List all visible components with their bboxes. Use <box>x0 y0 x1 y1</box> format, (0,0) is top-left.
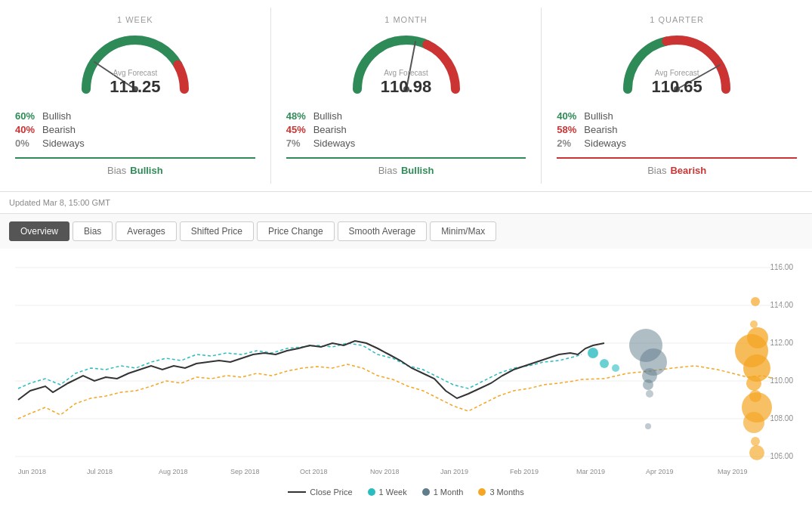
svg-point-38 <box>751 297 760 306</box>
svg-text:Mar 2019: Mar 2019 <box>576 468 605 475</box>
svg-point-43 <box>746 376 761 391</box>
forecast-panels: 1 WEEK Avg Forecast 111.25 60% Bullis <box>0 0 812 192</box>
svg-point-35 <box>643 379 653 390</box>
main-chart: 116.00 114.00 112.00 110.00 108.00 106.0… <box>8 256 804 483</box>
svg-point-47 <box>751 437 760 446</box>
stats-quarter: 40% Bullish 58% Bearish 2% Sideways <box>557 110 797 151</box>
week-label: 1 Week <box>379 488 407 497</box>
gauge-quarter: Avg Forecast 110.65 <box>616 29 737 97</box>
tab-shifted-price[interactable]: Shifted Price <box>180 221 254 241</box>
gauge-label-month: Avg Forecast <box>381 69 431 77</box>
divider-week <box>15 157 255 159</box>
bullish-pct-quarter: 40% <box>557 110 584 122</box>
legend-close-price: Close Price <box>288 488 352 497</box>
legend-3months: 3 Months <box>478 488 523 497</box>
svg-text:Nov 2018: Nov 2018 <box>370 468 400 475</box>
close-price-label: Close Price <box>310 488 352 497</box>
bias-value-month: Bullish <box>401 165 434 176</box>
months-dot-icon <box>478 488 486 496</box>
svg-point-31 <box>612 364 619 372</box>
tabs-bar: Overview Bias Averages Shifted Price Pri… <box>0 214 812 249</box>
svg-point-37 <box>645 423 651 429</box>
bias-quarter: Bias Bearish <box>647 165 706 176</box>
tab-averages[interactable]: Averages <box>116 221 176 241</box>
sideways-label-week: Sideways <box>42 138 85 149</box>
gauge-value-month: 110.98 <box>381 77 431 97</box>
svg-text:Feb 2019: Feb 2019 <box>510 468 539 475</box>
bias-prefix-month: Bias <box>378 165 397 176</box>
bias-prefix-week: Bias <box>107 165 126 176</box>
bearish-row-quarter: 58% Bearish <box>557 124 797 135</box>
bullish-row-week: 60% Bullish <box>15 110 255 122</box>
svg-text:Oct 2018: Oct 2018 <box>300 468 328 475</box>
legend-1week: 1 Week <box>368 488 407 497</box>
bullish-label-month: Bullish <box>313 110 342 122</box>
bullish-pct-week: 60% <box>15 110 42 122</box>
tab-minim-max[interactable]: Minim/Max <box>430 221 496 241</box>
gauge-label-week: Avg Forecast <box>110 69 160 77</box>
sideways-label-quarter: Sideways <box>584 138 626 149</box>
sideways-row-month: 7% Sideways <box>286 138 526 149</box>
bias-prefix-quarter: Bias <box>647 165 666 176</box>
period-label-week: 1 WEEK <box>117 15 153 24</box>
gauge-center-month: Avg Forecast 110.98 <box>381 69 431 97</box>
gauge-center-quarter: Avg Forecast 110.65 <box>652 69 702 97</box>
sideways-pct-quarter: 2% <box>557 138 584 149</box>
month-dot-icon <box>422 488 430 496</box>
tab-price-change[interactable]: Price Change <box>257 221 335 241</box>
months-label: 3 Months <box>489 488 523 497</box>
bullish-row-quarter: 40% Bullish <box>557 110 797 122</box>
gauge-month: Avg Forecast 110.98 <box>346 29 467 97</box>
sideways-row-quarter: 2% Sideways <box>557 138 797 149</box>
svg-point-46 <box>743 412 764 433</box>
svg-text:May 2019: May 2019 <box>718 468 748 475</box>
tab-smooth-average[interactable]: Smooth Average <box>338 221 428 241</box>
stats-month: 48% Bullish 45% Bearish 7% Sideways <box>286 110 526 151</box>
divider-quarter <box>557 157 797 159</box>
bullish-pct-month: 48% <box>286 110 313 122</box>
forecast-panel-quarter: 1 QUARTER Avg Forecast 110.65 40% Bullis… <box>542 8 812 184</box>
bearish-row-month: 45% Bearish <box>286 124 526 135</box>
stats-week: 60% Bullish 40% Bearish 0% Sideways <box>15 110 255 151</box>
bullish-label-quarter: Bullish <box>584 110 613 122</box>
period-label-quarter: 1 QUARTER <box>650 15 704 24</box>
tab-bias[interactable]: Bias <box>73 221 113 241</box>
bias-week: Bias Bullish <box>107 165 163 176</box>
tab-overview[interactable]: Overview <box>9 221 69 241</box>
gauge-label-quarter: Avg Forecast <box>652 69 702 77</box>
bullish-label-week: Bullish <box>42 110 71 122</box>
bearish-label-month: Bearish <box>313 124 347 135</box>
month-label: 1 Month <box>434 488 464 497</box>
bearish-pct-week: 40% <box>15 124 42 135</box>
chart-area: 116.00 114.00 112.00 110.00 108.00 106.0… <box>0 249 812 520</box>
bearish-row-week: 40% Bearish <box>15 124 255 135</box>
week-dot-icon <box>368 488 375 496</box>
bullish-row-month: 48% Bullish <box>286 110 526 122</box>
svg-point-48 <box>749 445 764 460</box>
sideways-row-week: 0% Sideways <box>15 138 255 149</box>
svg-text:Sep 2018: Sep 2018 <box>230 468 260 475</box>
sideways-pct-week: 0% <box>15 138 42 149</box>
period-label-month: 1 MONTH <box>384 15 428 24</box>
chart-legend: Close Price 1 Week 1 Month 3 Months <box>8 488 804 497</box>
legend-1month: 1 Month <box>422 488 464 497</box>
svg-text:Jul 2018: Jul 2018 <box>87 468 113 475</box>
gauge-center-week: Avg Forecast 111.25 <box>110 69 160 97</box>
svg-point-30 <box>600 359 609 368</box>
gauge-week: Avg Forecast 111.25 <box>75 29 196 97</box>
bearish-label-quarter: Bearish <box>584 124 617 135</box>
svg-text:Jan 2019: Jan 2019 <box>440 468 468 475</box>
svg-text:Aug 2018: Aug 2018 <box>159 468 188 475</box>
svg-point-36 <box>646 390 653 398</box>
forecast-panel-month: 1 MONTH Avg Forecast 110.98 48% Bullish … <box>271 8 542 184</box>
bearish-pct-quarter: 58% <box>557 124 584 135</box>
bias-month: Bias Bullish <box>378 165 434 176</box>
svg-point-29 <box>588 348 598 358</box>
bearish-pct-month: 45% <box>286 124 313 135</box>
svg-text:Apr 2019: Apr 2019 <box>646 468 674 475</box>
forecast-panel-week: 1 WEEK Avg Forecast 111.25 60% Bullis <box>0 8 271 184</box>
updated-bar: Updated Mar 8, 15:00 GMT <box>0 192 812 214</box>
sideways-pct-month: 7% <box>286 138 313 149</box>
bias-value-week: Bullish <box>130 165 162 176</box>
gauge-value-quarter: 110.65 <box>652 77 702 97</box>
